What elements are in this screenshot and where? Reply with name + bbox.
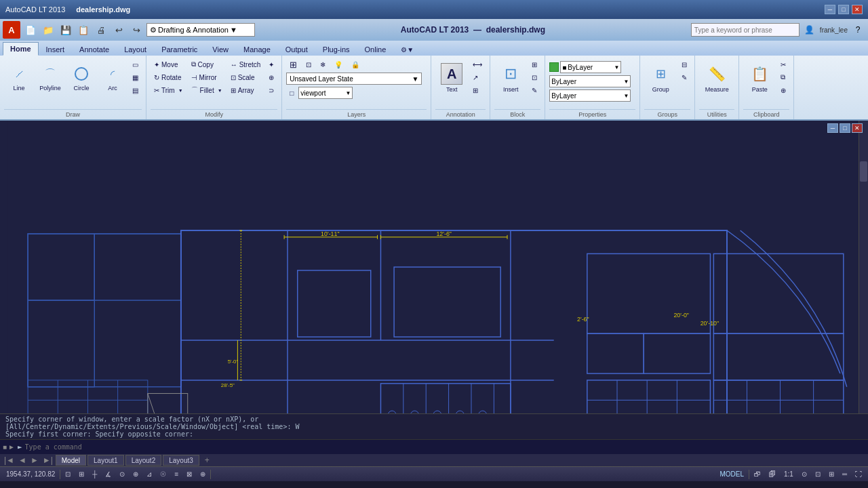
group-button[interactable]: ⊞ Group <box>644 58 677 98</box>
search-input[interactable] <box>691 23 800 37</box>
color-combo[interactable]: ■ ByLayer ▼ <box>560 61 621 73</box>
draw-close-button[interactable]: ✕ <box>852 123 863 133</box>
otrack-button[interactable]: ⊕ <box>130 468 142 481</box>
tab-layout2[interactable]: Layout2 <box>125 455 162 466</box>
fillet-button[interactable]: ⌒ Fillet ▼ <box>188 84 226 96</box>
linetype-combo[interactable]: ByLayer ▼ <box>549 75 631 87</box>
stretch-button[interactable]: ↔ Stretch <box>227 58 264 70</box>
hatch-button[interactable]: ▦ <box>129 71 142 83</box>
user-icon[interactable]: 👤 <box>802 22 817 37</box>
tab-plugins[interactable]: Plug-ins <box>315 43 357 56</box>
cmd-stop-button[interactable]: ■ <box>3 443 7 451</box>
array-button[interactable]: ⊞ Array <box>227 84 264 96</box>
insert-button[interactable]: ⊡ Insert <box>494 58 527 98</box>
tab-home[interactable]: Home <box>3 42 39 56</box>
line-button[interactable]: ⟋ Line <box>4 58 34 98</box>
workspace-switch[interactable]: ⊞ <box>825 468 837 481</box>
copy-clip-button[interactable]: ⧉ <box>777 71 789 83</box>
circle-button[interactable]: Circle <box>66 58 96 98</box>
tab-insert[interactable]: Insert <box>39 43 73 56</box>
ducs-button[interactable]: ⊿ <box>143 468 155 481</box>
layer-lock-button[interactable]: 🔒 <box>348 58 363 70</box>
maximize-button[interactable]: □ <box>838 5 849 14</box>
redo-button[interactable]: ↪ <box>129 22 144 37</box>
new-button[interactable]: 📄 <box>23 22 38 37</box>
offset-button[interactable]: ⊃ <box>265 84 277 96</box>
save-as-button[interactable]: 📋 <box>76 22 91 37</box>
tab-extra[interactable]: ⚙▼ <box>393 43 421 56</box>
text-button[interactable]: A Text <box>435 58 468 98</box>
block-editor-button[interactable]: ✎ <box>528 84 540 96</box>
dimension-button[interactable]: ⟷ <box>469 58 486 70</box>
toolbar-toggle[interactable]: ═ <box>839 468 850 481</box>
arc-button[interactable]: ◜ Arc <box>98 58 127 98</box>
explode-button[interactable]: ✦ <box>265 58 277 70</box>
lw-button[interactable]: ≡ <box>171 468 182 481</box>
undo-button[interactable]: ↩ <box>111 22 126 37</box>
trim-button[interactable]: ✂ Trim ▼ <box>151 84 186 96</box>
command-input-field[interactable] <box>25 443 865 451</box>
tab-layout3[interactable]: Layout3 <box>163 455 199 466</box>
move-button[interactable]: ✦ Move <box>151 58 186 70</box>
dyn-button[interactable]: ☉ <box>157 468 170 481</box>
rotate-button[interactable]: ↻ Rotate <box>151 71 186 83</box>
layer-properties-button[interactable]: ⊞ <box>286 58 300 70</box>
rectangle-button[interactable]: ▭ <box>129 58 142 70</box>
tab-model[interactable]: Model <box>56 455 86 466</box>
quick-view-layouts[interactable]: 🗐 <box>766 468 779 481</box>
copy-button[interactable]: ⧉ Copy <box>188 58 226 70</box>
group-edit-button[interactable]: ✎ <box>678 71 690 83</box>
tab-parametric[interactable]: Parametric <box>154 43 205 56</box>
auto-scale-button[interactable]: ⊡ <box>812 468 824 481</box>
leader-button[interactable]: ↗ <box>469 71 486 83</box>
vertical-scrollbar[interactable] <box>859 121 868 413</box>
tab-annotate[interactable]: Annotate <box>72 43 117 56</box>
gradient-button[interactable]: ▤ <box>129 84 142 96</box>
annotation-visibility[interactable]: ⊙ <box>798 468 810 481</box>
layer-off-button[interactable]: 💡 <box>331 58 346 70</box>
create-block-button[interactable]: ⊞ <box>528 58 540 70</box>
draw-minimize-button[interactable]: ─ <box>827 123 838 133</box>
polyline-button[interactable]: ⌒ Polyline <box>35 58 65 98</box>
tab-layout1[interactable]: Layout1 <box>87 455 124 466</box>
close-button[interactable]: ✕ <box>852 5 863 14</box>
layout-nav-prev[interactable]: ◄ <box>17 455 28 465</box>
join-button[interactable]: ⊕ <box>265 71 277 83</box>
layer-state-button[interactable]: ⊡ <box>302 58 315 70</box>
paste-button[interactable]: 📋 Paste <box>743 58 776 98</box>
draw-maximize-button[interactable]: □ <box>840 123 850 133</box>
layer-state-combo[interactable]: Unsaved Layer State ▼ <box>286 73 422 85</box>
quick-view-drawings[interactable]: 🗗 <box>751 468 764 481</box>
tab-online[interactable]: Online <box>357 43 394 56</box>
polar-button[interactable]: ∡ <box>102 468 115 481</box>
help-icon[interactable]: ? <box>850 22 865 37</box>
viewport-layer-button[interactable]: □ <box>286 87 297 99</box>
scale-button[interactable]: ⊡ Scale <box>227 71 264 83</box>
fullscreen-button[interactable]: ⛶ <box>852 468 865 481</box>
ungroup-button[interactable]: ⊟ <box>678 58 690 70</box>
model-space-button[interactable]: MODEL <box>716 468 747 481</box>
open-button[interactable]: 📁 <box>41 22 56 37</box>
define-attr-button[interactable]: ⊡ <box>528 71 540 83</box>
layout-nav-first[interactable]: |◄ <box>3 455 16 465</box>
drawing-area[interactable]: 10'-11" 12'-6" 2'-6" 20'-0" 20'-10" 5'-0… <box>0 121 868 413</box>
osnap-button[interactable]: ⊙ <box>116 468 128 481</box>
tpmode-button[interactable]: ⊠ <box>183 468 195 481</box>
layout-nav-next[interactable]: ► <box>29 455 40 465</box>
viewport-combo[interactable]: viewport ▼ <box>298 87 353 99</box>
cmd-arrow-button[interactable]: ► <box>8 443 15 451</box>
minimize-button[interactable]: ─ <box>825 5 835 14</box>
tab-view[interactable]: View <box>205 43 236 56</box>
grid-button[interactable]: ⊞ <box>75 468 87 481</box>
qp-button[interactable]: ⊕ <box>197 468 209 481</box>
layout-nav-last[interactable]: ►| <box>41 455 54 465</box>
scroll-thumb[interactable] <box>860 161 867 182</box>
snap-button[interactable]: ⊡ <box>62 468 74 481</box>
table-button[interactable]: ⊞ <box>469 84 486 96</box>
mirror-button[interactable]: ⊣ Mirror <box>188 71 226 83</box>
ortho-button[interactable]: ┼ <box>89 468 100 481</box>
add-layout-button[interactable]: + <box>203 455 211 465</box>
cut-button[interactable]: ✂ <box>777 58 789 70</box>
tab-manage[interactable]: Manage <box>236 43 278 56</box>
print-button[interactable]: 🖨 <box>94 22 108 37</box>
